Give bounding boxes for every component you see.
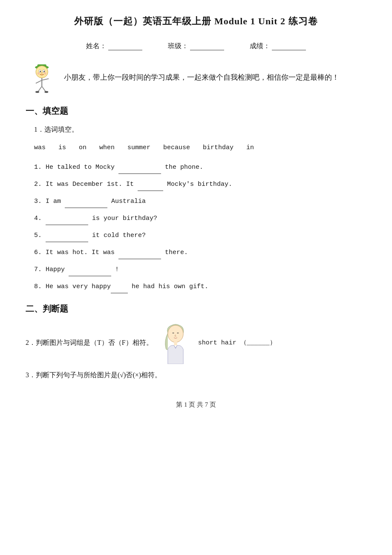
q1-label: 1．选词填空。	[34, 124, 366, 136]
word-in: in	[246, 142, 254, 153]
name-field: 姓名：	[86, 40, 142, 52]
fill-q7: 7. Happy !	[34, 263, 366, 276]
fill-q5: 5. it cold there?	[34, 229, 366, 242]
judge-q3-text: 3．判断下列句子与所给图片是(√)否(×)相符。	[26, 368, 366, 382]
class-field: 班级：	[168, 40, 224, 52]
blank-1	[118, 166, 161, 174]
page-footer: 第 1 页 共 7 页	[26, 399, 366, 410]
name-label: 姓名：	[86, 40, 107, 52]
name-underline	[108, 42, 142, 50]
fill-q4: 4. is your birthday?	[34, 212, 366, 225]
fill-q1: 1. He talked to Mocky the phone.	[34, 161, 366, 174]
judge-q2-answer: short hair （______）	[198, 337, 276, 349]
judge-q2-text: 2．判断图片与词组是（T）否（F）相符。	[26, 336, 153, 350]
blank-5	[46, 234, 88, 242]
blank-4	[46, 217, 88, 225]
blank-7	[69, 269, 111, 276]
blank-3a	[65, 200, 107, 208]
blank-8	[111, 286, 128, 293]
svg-line-12	[42, 79, 49, 81]
section2-title: 二、判断题	[26, 301, 366, 316]
svg-point-8	[37, 72, 40, 75]
svg-line-11	[36, 81, 42, 84]
score-label: 成绩：	[250, 40, 270, 52]
word-bank: was is on when summer because birthday i…	[34, 142, 366, 153]
word-birthday: birthday	[203, 142, 233, 153]
fill-q2: 2. It was December 1st. It Mocky's birth…	[34, 178, 366, 191]
welcome-text: 小朋友，带上你一段时间的学习成果，一起来做个自我检测吧，相信你一定是最棒的！	[64, 71, 366, 84]
svg-point-2	[36, 66, 48, 78]
word-when: when	[99, 142, 115, 153]
judge-section: 2．判断图片与词组是（T）否（F）相符。 short hair （______）	[26, 321, 366, 382]
student-info-row: 姓名： 班级： 成绩：	[26, 40, 366, 52]
blank-2	[138, 183, 163, 191]
word-was: was	[34, 142, 46, 153]
svg-line-13	[38, 87, 42, 92]
mascot-icon	[26, 61, 60, 95]
svg-line-14	[42, 87, 46, 92]
score-underline	[272, 42, 306, 50]
blank-6	[118, 251, 161, 259]
fill-q6: 6. It was hot. It was there.	[34, 246, 366, 259]
class-label: 班级：	[168, 40, 188, 52]
svg-point-7	[41, 72, 43, 74]
section1-title: 一、填空题	[26, 103, 366, 119]
girl-sketch-icon	[156, 321, 195, 364]
fill-q8: 8. He was very happy he had his own gift…	[34, 280, 366, 293]
svg-point-5	[40, 71, 41, 72]
svg-rect-20	[174, 341, 177, 345]
word-on: on	[79, 142, 86, 153]
svg-point-17	[167, 325, 183, 342]
score-field: 成绩：	[250, 40, 306, 52]
section1-content: 1．选词填空。 was is on when summer because bi…	[34, 124, 366, 293]
svg-point-9	[44, 72, 46, 75]
class-underline	[190, 42, 224, 50]
svg-point-6	[43, 71, 45, 72]
word-is: is	[58, 142, 66, 153]
mascot-row: 小朋友，带上你一段时间的学习成果，一起来做个自我检测吧，相信你一定是最棒的！	[26, 61, 366, 95]
judge-q2-row: 2．判断图片与词组是（T）否（F）相符。 short hair （______）	[26, 321, 366, 364]
fill-q3: 3. I am Australia	[34, 195, 366, 208]
word-because: because	[163, 142, 190, 153]
svg-point-15	[35, 91, 39, 93]
svg-point-16	[44, 91, 48, 93]
page-title: 外研版（一起）英语五年级上册 Module 1 Unit 2 练习卷	[26, 13, 366, 30]
word-summer: summer	[127, 142, 150, 153]
